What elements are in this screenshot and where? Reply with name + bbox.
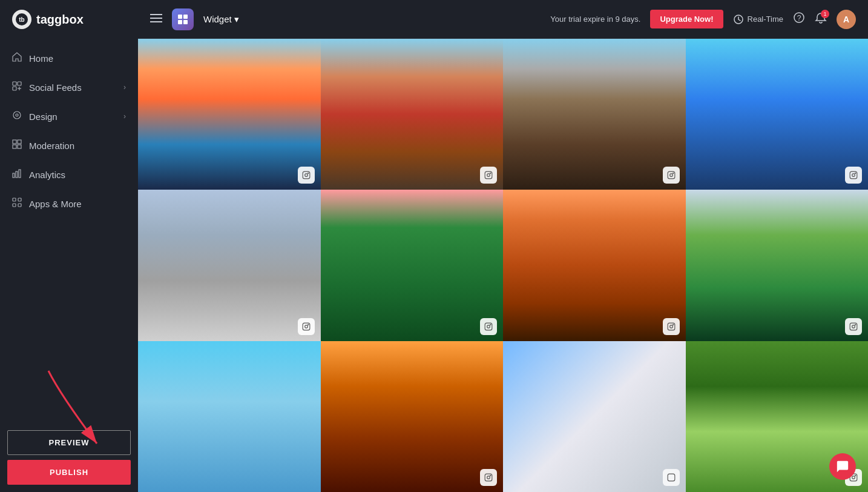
social-feeds-icon bbox=[12, 81, 22, 93]
svg-rect-30 bbox=[485, 171, 492, 179]
photo-cell-7[interactable] bbox=[503, 190, 686, 341]
sidebar: tb taggbox Home Soci bbox=[0, 0, 138, 492]
help-icon[interactable]: ? bbox=[793, 12, 805, 27]
sidebar-item-apps-more-label: Apps & More bbox=[29, 199, 82, 209]
svg-rect-45 bbox=[668, 323, 675, 330]
svg-rect-48 bbox=[850, 323, 857, 330]
instagram-badge-1 bbox=[298, 167, 315, 184]
widget-label[interactable]: Widget ▾ bbox=[203, 14, 239, 25]
svg-point-41 bbox=[307, 324, 308, 325]
design-chevron: › bbox=[123, 112, 126, 121]
photo-cell-5[interactable] bbox=[138, 190, 321, 341]
svg-point-35 bbox=[672, 173, 673, 174]
svg-rect-54 bbox=[668, 474, 675, 481]
svg-point-47 bbox=[672, 324, 673, 325]
svg-rect-10 bbox=[18, 140, 21, 144]
photo-cell-11[interactable] bbox=[503, 341, 686, 492]
sidebar-bottom: PREVIEW PUBLISH bbox=[0, 423, 138, 492]
svg-rect-19 bbox=[18, 204, 21, 207]
svg-point-37 bbox=[852, 174, 855, 177]
widget-chevron: ▾ bbox=[234, 14, 239, 25]
svg-rect-33 bbox=[668, 171, 675, 179]
svg-point-52 bbox=[487, 476, 490, 479]
svg-rect-9 bbox=[13, 140, 16, 144]
photo-cell-2[interactable] bbox=[321, 39, 504, 190]
svg-point-50 bbox=[855, 324, 856, 325]
main-content: Widget ▾ Your trial expire in 9 days. Up… bbox=[138, 0, 868, 492]
svg-rect-18 bbox=[13, 204, 16, 207]
svg-point-28 bbox=[304, 174, 307, 177]
svg-rect-15 bbox=[19, 170, 21, 178]
svg-point-38 bbox=[855, 173, 856, 174]
svg-point-46 bbox=[669, 325, 672, 328]
upgrade-button[interactable]: Upgrade Now! bbox=[650, 10, 723, 28]
topbar-actions: Real-Time ? 1 A bbox=[733, 10, 856, 29]
svg-rect-42 bbox=[485, 323, 492, 330]
chat-button[interactable] bbox=[829, 453, 856, 480]
sidebar-item-social-feeds-label: Social Feeds bbox=[29, 82, 82, 93]
apps-more-icon bbox=[12, 198, 22, 210]
avatar[interactable]: A bbox=[837, 10, 856, 29]
logo-area: tb taggbox bbox=[0, 0, 138, 39]
svg-text:tb: tb bbox=[19, 16, 24, 23]
svg-rect-4 bbox=[13, 87, 16, 90]
photo-grid bbox=[138, 39, 868, 492]
sidebar-item-home[interactable]: Home bbox=[0, 44, 138, 73]
sidebar-item-moderation-label: Moderation bbox=[29, 141, 74, 151]
photo-cell-8[interactable] bbox=[686, 190, 869, 341]
analytics-icon bbox=[12, 168, 22, 181]
svg-point-7 bbox=[13, 111, 21, 119]
instagram-badge-7 bbox=[663, 318, 680, 335]
sidebar-item-design-label: Design bbox=[29, 111, 58, 122]
publish-button[interactable]: PUBLISH bbox=[7, 460, 131, 485]
photo-cell-10[interactable] bbox=[321, 341, 504, 492]
instagram-badge-11 bbox=[663, 469, 680, 486]
sidebar-item-moderation[interactable]: Moderation bbox=[0, 131, 138, 160]
svg-point-40 bbox=[304, 325, 307, 328]
photo-cell-9[interactable] bbox=[138, 341, 321, 492]
svg-point-34 bbox=[669, 174, 672, 177]
sidebar-item-analytics-label: Analytics bbox=[29, 170, 65, 180]
sidebar-item-home-label: Home bbox=[29, 53, 53, 64]
sidebar-item-apps-more[interactable]: Apps & More bbox=[0, 189, 138, 218]
topbar: Widget ▾ Your trial expire in 9 days. Up… bbox=[138, 0, 868, 39]
svg-rect-14 bbox=[16, 171, 18, 178]
svg-point-56 bbox=[852, 476, 855, 479]
svg-point-43 bbox=[487, 325, 490, 328]
widget-icon bbox=[172, 8, 194, 30]
photo-cell-6[interactable] bbox=[321, 190, 504, 341]
logo-icon: tb bbox=[12, 10, 31, 29]
instagram-badge-3 bbox=[663, 167, 680, 184]
svg-point-29 bbox=[307, 173, 308, 174]
notification-badge: 1 bbox=[821, 10, 829, 18]
instagram-badge-6 bbox=[480, 318, 497, 335]
svg-rect-13 bbox=[13, 173, 15, 178]
sidebar-nav: Home Social Feeds › D bbox=[0, 39, 138, 423]
sidebar-item-social-feeds[interactable]: Social Feeds › bbox=[0, 73, 138, 102]
sidebar-item-analytics[interactable]: Analytics bbox=[0, 160, 138, 189]
realtime-button[interactable]: Real-Time bbox=[733, 14, 783, 25]
photo-cell-1[interactable] bbox=[138, 39, 321, 190]
home-icon bbox=[12, 52, 22, 64]
svg-rect-3 bbox=[18, 82, 21, 85]
svg-rect-36 bbox=[850, 171, 857, 179]
sidebar-item-design[interactable]: Design › bbox=[0, 102, 138, 131]
svg-rect-51 bbox=[485, 474, 492, 481]
svg-point-53 bbox=[490, 475, 491, 476]
svg-point-57 bbox=[855, 475, 856, 476]
instagram-badge-10 bbox=[480, 469, 497, 486]
preview-button[interactable]: PREVIEW bbox=[7, 430, 131, 455]
svg-rect-27 bbox=[303, 171, 310, 179]
hamburger-menu[interactable] bbox=[150, 12, 162, 26]
notifications[interactable]: 1 bbox=[815, 12, 827, 27]
instagram-badge-2 bbox=[480, 167, 497, 184]
svg-rect-2 bbox=[13, 82, 16, 85]
photo-cell-3[interactable] bbox=[503, 39, 686, 190]
logo-text: taggbox bbox=[36, 13, 84, 27]
instagram-badge-4 bbox=[845, 167, 862, 184]
social-feeds-chevron: › bbox=[123, 83, 126, 91]
photo-cell-4[interactable] bbox=[686, 39, 869, 190]
svg-point-44 bbox=[490, 324, 491, 325]
instagram-badge-8 bbox=[845, 318, 862, 335]
svg-rect-11 bbox=[13, 145, 16, 148]
